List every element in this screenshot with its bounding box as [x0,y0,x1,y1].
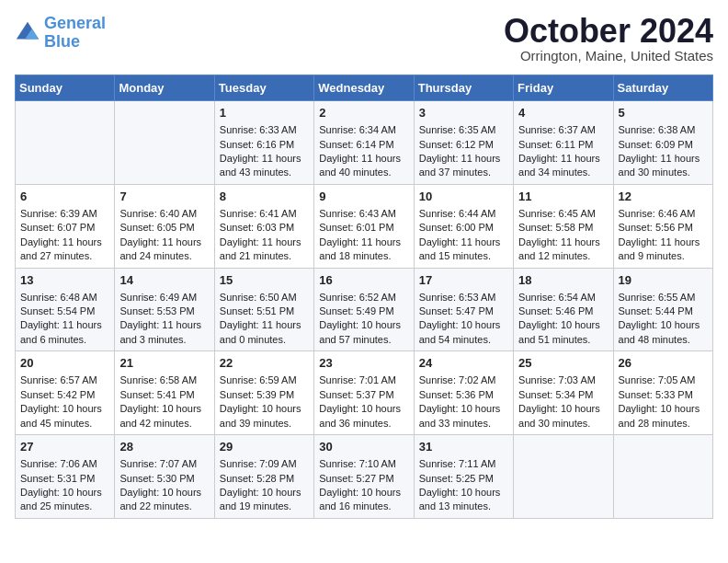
calendar-cell: 12Sunrise: 6:46 AMSunset: 5:56 PMDayligh… [613,184,712,268]
calendar-cell: 29Sunrise: 7:09 AMSunset: 5:28 PMDayligh… [214,435,313,519]
calendar-cell: 7Sunrise: 6:40 AMSunset: 6:05 PMDaylight… [115,184,214,268]
day-info: Daylight: 10 hours and 54 minutes. [419,318,508,347]
calendar-cell: 2Sunrise: 6:34 AMSunset: 6:14 PMDaylight… [314,101,414,185]
calendar-cell: 25Sunrise: 7:03 AMSunset: 5:34 PMDayligh… [514,351,613,435]
day-info: Daylight: 11 hours and 6 minutes. [20,318,109,347]
day-info: Daylight: 10 hours and 13 minutes. [419,486,508,514]
month-title: October 2024 [504,15,713,48]
day-info: Daylight: 11 hours and 34 minutes. [518,152,608,180]
calendar-cell: 3Sunrise: 6:35 AMSunset: 6:12 PMDaylight… [414,101,513,185]
calendar-cell: 27Sunrise: 7:06 AMSunset: 5:31 PMDayligh… [16,435,115,519]
day-info: Sunrise: 7:01 AM [319,373,408,387]
day-info: Daylight: 11 hours and 27 minutes. [20,236,109,264]
day-info: Daylight: 11 hours and 12 minutes. [518,236,608,264]
day-info: Daylight: 11 hours and 3 minutes. [119,318,209,347]
day-info: Sunset: 6:12 PM [419,138,508,152]
day-info: Daylight: 11 hours and 21 minutes. [220,236,309,264]
logo-text: General Blue [44,15,106,52]
day-info: Sunrise: 6:49 AM [119,291,209,304]
day-info: Daylight: 10 hours and 33 minutes. [419,402,508,431]
day-info: Sunrise: 6:50 AM [220,291,309,304]
weekday-header: Sunday [16,75,115,101]
calendar-cell: 23Sunrise: 7:01 AMSunset: 5:37 PMDayligh… [314,351,414,435]
logo-icon [15,20,40,46]
calendar-cell [613,435,712,519]
day-info: Sunset: 5:46 PM [518,304,608,318]
day-info: Sunset: 5:49 PM [319,304,408,318]
day-info: Daylight: 10 hours and 42 minutes. [119,402,209,431]
day-number: 30 [319,439,408,455]
day-info: Sunrise: 6:57 AM [20,373,109,387]
day-info: Sunset: 5:47 PM [419,304,508,318]
day-number: 16 [319,272,408,289]
day-info: Sunset: 6:07 PM [20,221,109,235]
day-info: Sunset: 5:54 PM [20,304,109,318]
day-info: Sunset: 5:28 PM [220,472,309,486]
calendar-cell: 19Sunrise: 6:55 AMSunset: 5:44 PMDayligh… [613,268,712,351]
day-number: 29 [220,439,309,455]
day-info: Daylight: 10 hours and 30 minutes. [518,402,608,431]
day-info: Daylight: 11 hours and 9 minutes. [619,236,708,264]
day-number: 27 [20,439,109,455]
weekday-header: Saturday [613,75,712,101]
calendar-table: SundayMondayTuesdayWednesdayThursdayFrid… [15,75,713,519]
day-info: Sunrise: 6:41 AM [220,207,309,221]
day-info: Sunset: 6:00 PM [419,221,508,235]
day-info: Sunrise: 6:55 AM [619,291,708,304]
day-info: Sunset: 5:37 PM [319,388,408,402]
day-info: Sunset: 5:30 PM [119,472,209,486]
day-info: Daylight: 11 hours and 37 minutes. [419,152,508,180]
day-info: Daylight: 11 hours and 30 minutes. [619,152,708,180]
day-info: Sunrise: 7:06 AM [20,457,109,471]
day-number: 7 [119,189,209,205]
calendar-cell: 28Sunrise: 7:07 AMSunset: 5:30 PMDayligh… [115,435,214,519]
day-number: 19 [619,272,708,289]
day-info: Daylight: 11 hours and 0 minutes. [220,318,309,347]
calendar-week-row: 20Sunrise: 6:57 AMSunset: 5:42 PMDayligh… [16,351,713,435]
day-info: Sunrise: 7:02 AM [419,373,508,387]
day-info: Daylight: 10 hours and 16 minutes. [319,486,408,514]
logo: General Blue [15,15,106,52]
calendar-header: SundayMondayTuesdayWednesdayThursdayFrid… [16,75,713,101]
day-info: Daylight: 10 hours and 36 minutes. [319,402,408,431]
day-info: Daylight: 10 hours and 39 minutes. [220,402,309,431]
day-number: 17 [419,272,508,289]
day-info: Sunset: 6:14 PM [319,138,408,152]
day-info: Daylight: 10 hours and 45 minutes. [20,402,109,431]
day-info: Sunset: 5:42 PM [20,388,109,402]
calendar-cell: 24Sunrise: 7:02 AMSunset: 5:36 PMDayligh… [414,351,513,435]
calendar-cell: 5Sunrise: 6:38 AMSunset: 6:09 PMDaylight… [613,101,712,185]
day-number: 24 [419,355,508,372]
day-number: 1 [220,105,309,121]
calendar-cell: 21Sunrise: 6:58 AMSunset: 5:41 PMDayligh… [115,351,214,435]
day-number: 8 [220,189,309,205]
day-info: Daylight: 11 hours and 18 minutes. [319,236,408,264]
day-info: Sunset: 5:51 PM [220,304,309,318]
day-info: Sunset: 6:03 PM [220,221,309,235]
logo-general: General [44,14,106,32]
calendar-cell: 15Sunrise: 6:50 AMSunset: 5:51 PMDayligh… [214,268,313,351]
day-info: Daylight: 10 hours and 25 minutes. [20,486,109,514]
day-info: Daylight: 11 hours and 15 minutes. [419,236,508,264]
day-number: 23 [319,355,408,372]
calendar-cell: 9Sunrise: 6:43 AMSunset: 6:01 PMDaylight… [314,184,414,268]
day-info: Daylight: 10 hours and 48 minutes. [619,318,708,347]
weekday-header: Tuesday [214,75,313,101]
day-number: 4 [518,105,608,121]
day-info: Sunrise: 6:34 AM [319,123,408,137]
day-info: Sunrise: 7:09 AM [220,457,309,471]
day-info: Sunset: 6:01 PM [319,221,408,235]
calendar-cell [115,101,214,185]
day-info: Sunset: 6:05 PM [119,221,209,235]
day-info: Sunrise: 6:52 AM [319,291,408,304]
day-info: Sunrise: 6:59 AM [220,373,309,387]
calendar-cell: 8Sunrise: 6:41 AMSunset: 6:03 PMDaylight… [214,184,313,268]
calendar-cell: 10Sunrise: 6:44 AMSunset: 6:00 PMDayligh… [414,184,513,268]
day-info: Sunset: 6:09 PM [619,138,708,152]
day-number: 12 [619,189,708,205]
day-number: 26 [619,355,708,372]
day-info: Sunrise: 7:10 AM [319,457,408,471]
day-info: Sunset: 6:16 PM [220,138,309,152]
day-info: Sunset: 5:56 PM [619,221,708,235]
calendar-week-row: 13Sunrise: 6:48 AMSunset: 5:54 PMDayligh… [16,268,713,351]
